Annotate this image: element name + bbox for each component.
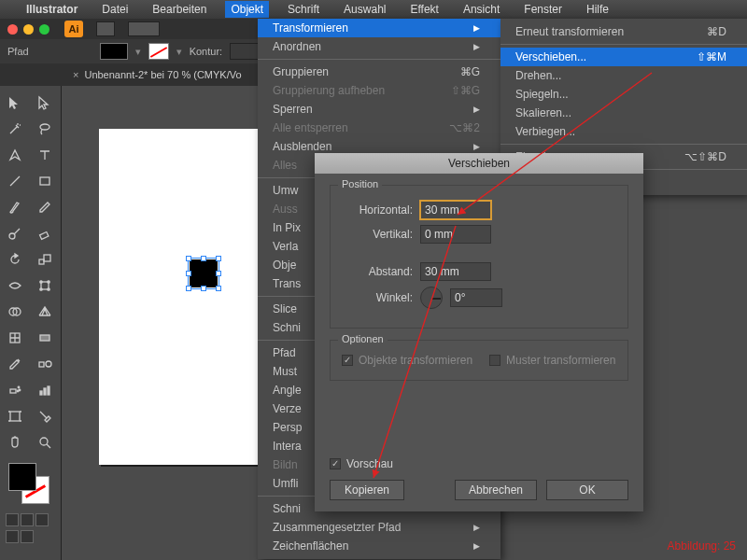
- menu-sperren[interactable]: Sperren▶: [258, 100, 500, 119]
- svg-rect-1: [40, 177, 49, 185]
- menu-objekt[interactable]: Objekt: [225, 1, 269, 18]
- svg-rect-21: [40, 391, 42, 395]
- rotate-tool-icon[interactable]: [2, 247, 28, 272]
- muster-transformieren-checkbox[interactable]: [489, 355, 500, 366]
- vorschau-checkbox[interactable]: ✓: [330, 458, 341, 469]
- svg-rect-24: [10, 412, 20, 421]
- direct-selection-tool-icon[interactable]: [32, 91, 58, 115]
- objekte-transformieren-checkbox[interactable]: ✓: [342, 355, 353, 366]
- pen-tool-icon[interactable]: [2, 143, 28, 167]
- svg-point-7: [40, 281, 42, 283]
- menu-hilfe[interactable]: Hilfe: [581, 1, 614, 18]
- svg-rect-5: [44, 255, 50, 261]
- dialog-title: Verschieben: [315, 153, 643, 174]
- selected-object[interactable]: [182, 252, 225, 295]
- optionen-group: Optionen ✓ Objekte transformieren Muster…: [330, 340, 628, 381]
- close-tab-icon[interactable]: ×: [73, 69, 78, 80]
- menu-item[interactable]: Zeichenflächen▶: [258, 537, 500, 555]
- system-menubar: Illustrator Datei Bearbeiten Objekt Schr…: [0, 0, 747, 19]
- bridge-button[interactable]: [96, 21, 115, 36]
- svg-rect-22: [44, 388, 46, 395]
- document-tab[interactable]: × Unbenannt-2* bei 70 % (CMYK/Vo: [73, 69, 242, 80]
- menu-anordnen[interactable]: Anordnen▶: [258, 37, 500, 56]
- angle-dial[interactable]: [420, 287, 443, 309]
- document-tab-title: Unbenannt-2* bei 70 % (CMYK/Vo: [84, 69, 241, 80]
- free-transform-tool-icon[interactable]: [32, 273, 58, 298]
- vertikal-label: Vertikal:: [342, 228, 413, 241]
- menu-item[interactable]: Zusammengesetzter Pfad▶: [258, 518, 500, 537]
- layout-button[interactable]: [128, 21, 160, 36]
- selection-tool-icon[interactable]: [2, 91, 28, 115]
- ok-button[interactable]: OK: [546, 480, 628, 500]
- line-tool-icon[interactable]: [2, 169, 28, 193]
- svg-point-25: [40, 438, 48, 445]
- scale-tool-icon[interactable]: [32, 247, 58, 272]
- vertikal-input[interactable]: [420, 225, 491, 244]
- mesh-tool-icon[interactable]: [2, 326, 28, 350]
- menubar-app-name[interactable]: Illustrator: [21, 1, 83, 18]
- artboard-tool-icon[interactable]: [2, 404, 28, 428]
- gradient-tool-icon[interactable]: [32, 326, 58, 350]
- svg-rect-4: [39, 259, 44, 264]
- svg-point-19: [19, 389, 21, 391]
- vorschau-label: Vorschau: [346, 457, 393, 470]
- svg-point-8: [48, 281, 49, 283]
- menu-auswahl[interactable]: Auswahl: [338, 1, 391, 18]
- menu-drehen[interactable]: Drehen...: [500, 66, 747, 85]
- svg-point-9: [40, 288, 42, 290]
- slice-tool-icon[interactable]: [32, 404, 58, 428]
- horizontal-input[interactable]: [420, 201, 491, 219]
- minimize-button[interactable]: [23, 24, 34, 35]
- kopieren-button[interactable]: Kopieren: [330, 480, 404, 500]
- menu-datei[interactable]: Datei: [96, 1, 134, 18]
- pencil-tool-icon[interactable]: [32, 195, 58, 219]
- svg-point-0: [40, 124, 49, 130]
- blend-tool-icon[interactable]: [32, 352, 58, 376]
- abbrechen-button[interactable]: Abbrechen: [455, 480, 537, 500]
- screen-mode-buttons[interactable]: [6, 530, 34, 543]
- toolbar: [0, 86, 62, 560]
- menu-erneut-transformieren[interactable]: Erneut transformieren⌘D: [500, 22, 747, 41]
- magic-wand-tool-icon[interactable]: [2, 117, 28, 141]
- menu-ansicht[interactable]: Ansicht: [458, 1, 505, 18]
- menu-schrift[interactable]: Schrift: [282, 1, 325, 18]
- fill-stroke-indicator[interactable]: [5, 461, 57, 508]
- stroke-label: Kontur:: [190, 46, 222, 57]
- svg-point-16: [46, 361, 51, 367]
- menu-transformieren[interactable]: Transformieren▶: [258, 19, 500, 37]
- eyedropper-tool-icon[interactable]: [2, 352, 28, 376]
- blob-brush-tool-icon[interactable]: [2, 221, 28, 245]
- paintbrush-tool-icon[interactable]: [2, 195, 28, 219]
- lasso-tool-icon[interactable]: [32, 117, 58, 141]
- menu-gruppieren[interactable]: Gruppieren⌘G: [258, 63, 500, 81]
- menu-verbiegen[interactable]: Verbiegen...: [500, 122, 747, 141]
- graph-tool-icon[interactable]: [32, 378, 58, 402]
- abstand-input[interactable]: [420, 262, 491, 281]
- menu-gruppierung-aufheben: Gruppierung aufheben⇧⌘G: [258, 81, 500, 100]
- menu-fenster[interactable]: Fenster: [518, 1, 568, 18]
- fill-swatch[interactable]: [100, 43, 128, 60]
- eraser-tool-icon[interactable]: [32, 221, 58, 245]
- svg-point-18: [18, 386, 20, 388]
- zoom-button[interactable]: [39, 24, 49, 35]
- shape-builder-tool-icon[interactable]: [2, 300, 28, 324]
- menu-effekt[interactable]: Effekt: [404, 1, 444, 18]
- winkel-input[interactable]: [450, 288, 502, 307]
- menu-bearbeiten[interactable]: Bearbeiten: [147, 1, 212, 18]
- hand-tool-icon[interactable]: [2, 430, 28, 455]
- perspective-grid-tool-icon[interactable]: [32, 300, 58, 324]
- menu-spiegeln[interactable]: Spiegeln...: [500, 85, 747, 104]
- stroke-swatch[interactable]: [148, 43, 169, 60]
- type-tool-icon[interactable]: [32, 143, 58, 167]
- symbol-sprayer-tool-icon[interactable]: [2, 378, 28, 402]
- svg-rect-3: [40, 231, 49, 239]
- menu-skalieren[interactable]: Skalieren...: [500, 104, 747, 122]
- rectangle-tool-icon[interactable]: [32, 169, 58, 193]
- close-button[interactable]: [7, 24, 18, 35]
- width-tool-icon[interactable]: [2, 273, 28, 298]
- draw-mode-buttons[interactable]: [6, 513, 49, 526]
- zoom-tool-icon[interactable]: [32, 430, 58, 455]
- svg-rect-17: [10, 389, 16, 393]
- menu-verschieben[interactable]: Verschieben...⇧⌘M: [500, 48, 747, 66]
- svg-rect-23: [48, 386, 49, 395]
